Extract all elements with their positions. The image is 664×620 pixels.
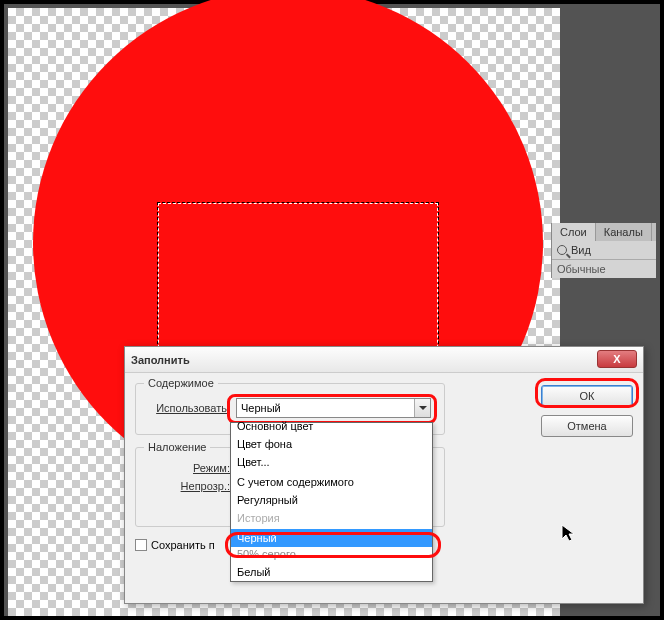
cancel-button[interactable]: Отмена (541, 415, 633, 437)
close-button[interactable]: X (597, 350, 637, 368)
dropdown-option: История (231, 509, 432, 527)
use-combobox[interactable]: Черный (236, 398, 431, 418)
dialog-titlebar[interactable]: Заполнить X (125, 347, 643, 373)
selection-marquee (158, 203, 438, 368)
opacity-label: Непрозр.: (146, 480, 236, 492)
mode-label: Режим: (146, 462, 236, 474)
blending-legend: Наложение (144, 441, 210, 453)
tab-channels[interactable]: Каналы (596, 223, 652, 241)
chevron-down-icon (414, 399, 430, 417)
blend-mode-display[interactable]: Обычные (552, 260, 656, 278)
layer-filter-label: Вид (571, 244, 591, 256)
dropdown-option[interactable]: Цвет... (231, 453, 432, 471)
dropdown-option[interactable]: Белый (231, 563, 432, 581)
dropdown-option[interactable]: Регулярный (231, 491, 432, 509)
ok-button[interactable]: ОК (541, 385, 633, 407)
use-label: Использовать: (146, 402, 236, 414)
dropdown-option[interactable]: Цвет фона (231, 435, 432, 453)
dropdown-option[interactable]: 50% серого (231, 545, 432, 563)
layers-panel: Слои Каналы Вид Обычные (551, 223, 656, 278)
search-icon (557, 245, 567, 255)
layer-filter-row[interactable]: Вид (552, 241, 656, 260)
preserve-transparency-label: Сохранить п (151, 539, 215, 551)
use-dropdown-list[interactable]: Основной цвет Цвет фона Цвет... С учетом… (230, 422, 433, 582)
use-combobox-value: Черный (241, 402, 281, 414)
fill-dialog: Заполнить X Содержимое Использовать: Чер… (124, 346, 644, 604)
dropdown-option[interactable]: С учетом содержимого (231, 473, 432, 491)
content-legend: Содержимое (144, 377, 218, 389)
preserve-transparency-checkbox[interactable] (135, 539, 147, 551)
dropdown-option[interactable]: Основной цвет (231, 420, 432, 435)
tab-layers[interactable]: Слои (552, 223, 596, 241)
dialog-title: Заполнить (131, 354, 190, 366)
cursor-icon (561, 524, 577, 546)
